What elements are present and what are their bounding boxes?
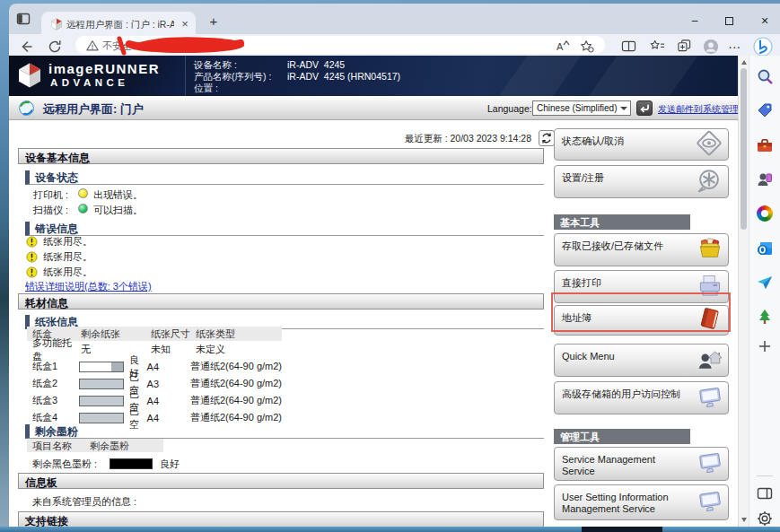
section-support-links: 支持链接 bbox=[18, 511, 544, 527]
status-monitor-button[interactable]: 状态确认/取消 bbox=[554, 128, 729, 161]
window-minimize-button[interactable]: – bbox=[682, 13, 707, 31]
subsection-toner: 剩余墨粉 bbox=[25, 424, 544, 439]
canon-favicon bbox=[50, 18, 63, 31]
scanner-status-text: 可以扫描。 bbox=[93, 204, 143, 217]
quick-menu-button[interactable]: Quick Menu bbox=[554, 344, 729, 377]
tree-hunt-icon[interactable] bbox=[756, 308, 774, 326]
tab-actions-menu-icon[interactable] bbox=[16, 12, 31, 26]
error-item: 纸张用尽。 bbox=[43, 250, 92, 264]
games-people-icon[interactable] bbox=[756, 170, 774, 188]
mail-admin-link[interactable]: 发送邮件到系统管理员 bbox=[658, 103, 738, 116]
read-aloud-icon[interactable]: A bbox=[557, 39, 570, 52]
header-decoration bbox=[579, 56, 704, 96]
section-board: 信息板 bbox=[18, 473, 544, 489]
toner-row-status: 良好 bbox=[160, 458, 180, 471]
screen: 远程用户界面 : 门户 : iR-ADV 424 × + – × 不安全 A ·… bbox=[0, 0, 780, 532]
error-detail-link[interactable]: 错误详细说明(总数: 3个错误) bbox=[25, 280, 152, 293]
canon-cube-logo-icon bbox=[16, 62, 43, 92]
tab-close-icon[interactable]: × bbox=[178, 17, 192, 31]
device-name-label: 设备名称 : bbox=[194, 59, 287, 71]
brand-line1: imageRUNNER bbox=[48, 61, 160, 76]
subsection-error-info: 错误信息 bbox=[25, 222, 544, 236]
brand-line2: ADVANCE bbox=[50, 77, 129, 88]
language-value: Chinese (Simplified) bbox=[537, 103, 617, 113]
paper-table: 纸盒 剩余纸张 纸张尺寸 纸张类型 多功能托盘 无 未知 未定义 纸盒1 良好 … bbox=[27, 327, 282, 426]
paper-level-bar bbox=[79, 413, 124, 423]
scanner-label: 扫描仪 : bbox=[33, 204, 68, 217]
browser-titlebar: 远程用户界面 : 门户 : iR-ADV 424 × + – × bbox=[9, 4, 780, 34]
page-refresh-button[interactable] bbox=[539, 130, 555, 146]
annotation-highlight-box bbox=[551, 292, 731, 332]
settings-asterisk-icon bbox=[695, 166, 723, 197]
device-info: 设备名称 :iR-ADV 4245 产品名称(序列号) :iR-ADV 4245… bbox=[194, 59, 400, 94]
window-close-button[interactable]: × bbox=[752, 13, 777, 31]
remote-ui-page: imageRUNNER ADVANCE 设备名称 :iR-ADV 4245 产品… bbox=[9, 56, 738, 527]
stored-files-icon bbox=[697, 235, 723, 265]
location-label: 位置 : bbox=[194, 83, 287, 94]
service-management-service-button[interactable]: Service Management Service bbox=[554, 447, 729, 481]
scroll-up-arrow[interactable] bbox=[741, 60, 747, 65]
toner-row-label: 剩余黑色墨粉 : bbox=[32, 458, 97, 471]
stored-files-button[interactable]: 存取已接收/已存储文件 bbox=[554, 233, 729, 266]
paper-row-drawer2: 纸盒2 已空 A3 普通纸2(64-90 g/m2) bbox=[27, 375, 282, 392]
subsection-device-status: 设备状态 bbox=[25, 170, 544, 185]
status-eye-icon bbox=[695, 129, 723, 161]
basic-tools-header: 基本工具 bbox=[554, 214, 690, 230]
sidebar-toggle-icon[interactable] bbox=[756, 484, 774, 502]
error-item: 纸张用尽。 bbox=[43, 235, 92, 249]
tab-title: 远程用户界面 : 门户 : iR-ADV 424 bbox=[66, 19, 174, 31]
favorites-list-icon[interactable] bbox=[650, 39, 665, 57]
header-decoration bbox=[489, 56, 587, 96]
language-apply-button[interactable] bbox=[636, 100, 653, 116]
page-scrollbar[interactable] bbox=[738, 56, 749, 527]
not-secure-warning-icon bbox=[86, 39, 99, 56]
add-sidebar-item-icon[interactable] bbox=[756, 337, 774, 355]
page-title: 远程用户界面: 门户 bbox=[43, 101, 144, 118]
edge-sidebar bbox=[749, 56, 780, 527]
portal-globe-icon bbox=[18, 100, 35, 120]
header-divider bbox=[185, 56, 186, 96]
paper-row-multitray: 多功能托盘 无 未知 未定义 bbox=[27, 341, 282, 358]
outlook-icon[interactable] bbox=[756, 240, 774, 257]
language-select[interactable]: Chinese (Simplified) bbox=[532, 100, 631, 116]
drop-paperplane-icon[interactable] bbox=[756, 274, 774, 292]
printer-status-dot bbox=[78, 188, 88, 198]
window-maximize-button[interactable] bbox=[716, 13, 741, 31]
last-update: 最近更新 : 20/03 2023 9:14:28 bbox=[278, 133, 531, 145]
error-item: 纸张用尽。 bbox=[43, 266, 92, 279]
split-screen-icon[interactable] bbox=[621, 39, 636, 57]
toner-level-bar bbox=[110, 458, 153, 469]
scrollbar-thumb[interactable] bbox=[741, 68, 747, 230]
bottom-edge-shadow bbox=[582, 527, 662, 532]
search-icon[interactable] bbox=[756, 67, 774, 85]
brand-logo-block: imageRUNNER ADVANCE bbox=[9, 56, 185, 96]
user-setting-info-service-button[interactable]: User Setting Information Management Serv… bbox=[554, 484, 729, 520]
window-bottom-edge bbox=[0, 527, 780, 532]
printer-status-text: 出现错误。 bbox=[93, 188, 143, 202]
product-name-value: iR-ADV 4245 (HRN04517) bbox=[287, 71, 400, 82]
more-menu-icon[interactable]: ··· bbox=[729, 42, 741, 53]
advanced-space-access-button[interactable]: 高级存储箱的用户访问控制 bbox=[554, 381, 729, 414]
toner-header-item: 项目名称 bbox=[32, 440, 72, 453]
new-tab-button[interactable]: + bbox=[206, 13, 222, 30]
redaction-scribble bbox=[117, 33, 251, 60]
favorites-star-icon[interactable] bbox=[580, 39, 594, 57]
collections-add-icon[interactable] bbox=[677, 39, 692, 57]
scanner-status-dot bbox=[78, 204, 88, 214]
board-message-label: 来自系统管理员的信息 : bbox=[32, 495, 136, 509]
portal-bar: 远程用户界面: 门户 Language: Chinese (Simplified… bbox=[9, 96, 738, 120]
settings-register-button[interactable]: 设置/注册 bbox=[554, 165, 729, 198]
product-name-label: 产品名称(序列号) : bbox=[194, 71, 287, 83]
sidebar-divider bbox=[757, 475, 773, 476]
sidebar-settings-gear-icon[interactable] bbox=[756, 510, 774, 528]
toolbox-icon[interactable] bbox=[756, 136, 774, 154]
section-consumables: 耗材信息 bbox=[18, 293, 544, 310]
shopping-tag-icon[interactable] bbox=[756, 101, 774, 119]
microsoft365-icon[interactable] bbox=[756, 205, 774, 222]
device-name-value: iR-ADV 4245 bbox=[287, 59, 345, 70]
maximize-icon bbox=[725, 17, 733, 25]
printer-label: 打印机 : bbox=[33, 188, 68, 202]
quick-menu-icon bbox=[697, 345, 723, 375]
scroll-down-arrow[interactable] bbox=[741, 518, 747, 522]
paper-row-drawer1: 纸盒1 良好 A4 普通纸2(64-90 g/m2) bbox=[27, 358, 282, 375]
